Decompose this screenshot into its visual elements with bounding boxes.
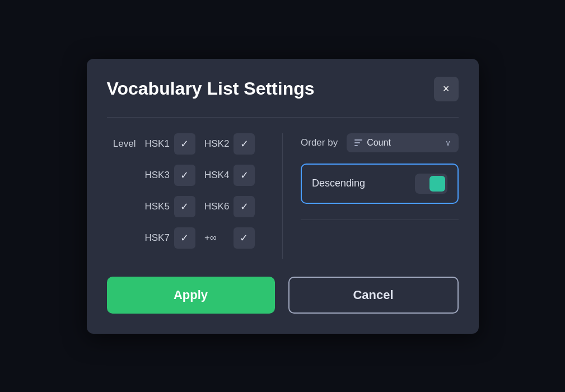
close-button[interactable]: × xyxy=(434,77,459,101)
hsk4-item: HSK4 ✓ xyxy=(204,165,255,186)
hsk7-item: HSK7 ✓ xyxy=(145,227,195,249)
hsk1-checkbox[interactable]: ✓ xyxy=(174,133,195,155)
hsk3-item: HSK3 ✓ xyxy=(145,165,195,186)
dialog-footer: Apply Cancel xyxy=(107,277,459,314)
hsk-inf-checkbox[interactable]: ✓ xyxy=(234,227,255,249)
hsk-row-4: HSK7 ✓ +∞ ✓ xyxy=(107,227,265,249)
hsk5-item: HSK5 ✓ xyxy=(145,196,195,217)
toggle-knob xyxy=(429,176,445,192)
hsk6-checkbox[interactable]: ✓ xyxy=(234,196,255,217)
hsk2-checkbox[interactable]: ✓ xyxy=(234,133,255,155)
descending-box: Descending xyxy=(301,164,459,204)
descending-toggle[interactable] xyxy=(415,174,447,194)
dialog-header: Vocabulary List Settings × xyxy=(107,77,459,101)
order-row: Order by Count ∨ xyxy=(301,133,459,152)
left-panel: Level HSK1 ✓ HSK2 ✓ HSK3 ✓ HSK4 xyxy=(107,133,283,259)
dialog-body: Level HSK1 ✓ HSK2 ✓ HSK3 ✓ HSK4 xyxy=(107,133,459,259)
order-select-inner: Count xyxy=(354,138,391,148)
apply-button[interactable]: Apply xyxy=(107,277,275,314)
level-label: Level xyxy=(107,138,136,150)
hsk-inf-item: +∞ ✓ xyxy=(204,227,255,249)
hsk4-label: HSK4 xyxy=(204,170,229,181)
hsk-row-1: Level HSK1 ✓ HSK2 ✓ xyxy=(107,133,265,155)
hsk-row-2: HSK3 ✓ HSK4 ✓ xyxy=(107,165,265,186)
hsk5-label: HSK5 xyxy=(145,201,170,212)
dialog: Vocabulary List Settings × Level HSK1 ✓ … xyxy=(87,59,479,334)
descending-label: Descending xyxy=(312,178,365,189)
close-icon: × xyxy=(443,82,450,95)
order-by-label: Order by xyxy=(301,137,338,148)
hsk-row-3: HSK5 ✓ HSK6 ✓ xyxy=(107,196,265,217)
hsk4-checkbox[interactable]: ✓ xyxy=(234,165,255,186)
hsk6-item: HSK6 ✓ xyxy=(204,196,255,217)
dialog-title: Vocabulary List Settings xyxy=(107,78,315,99)
order-select-value: Count xyxy=(367,138,391,148)
hsk2-item: HSK2 ✓ xyxy=(204,133,255,155)
list-icon xyxy=(354,139,362,146)
hsk6-label: HSK6 xyxy=(204,201,229,212)
order-select-dropdown[interactable]: Count ∨ xyxy=(347,133,458,152)
chevron-down-icon: ∨ xyxy=(445,138,451,147)
hsk2-label: HSK2 xyxy=(204,138,229,150)
hsk7-checkbox[interactable]: ✓ xyxy=(174,227,195,249)
hsk3-label: HSK3 xyxy=(145,170,170,181)
hsk3-checkbox[interactable]: ✓ xyxy=(174,165,195,186)
hsk1-label: HSK1 xyxy=(145,138,170,150)
right-panel-divider xyxy=(301,220,459,220)
hsk5-checkbox[interactable]: ✓ xyxy=(174,196,195,217)
cancel-button[interactable]: Cancel xyxy=(288,277,459,314)
hsk1-item: HSK1 ✓ xyxy=(145,133,195,155)
header-divider xyxy=(107,117,459,118)
right-panel: Order by Count ∨ Descending xyxy=(283,133,459,259)
hsk-inf-label: +∞ xyxy=(204,232,229,244)
hsk7-label: HSK7 xyxy=(145,232,170,244)
